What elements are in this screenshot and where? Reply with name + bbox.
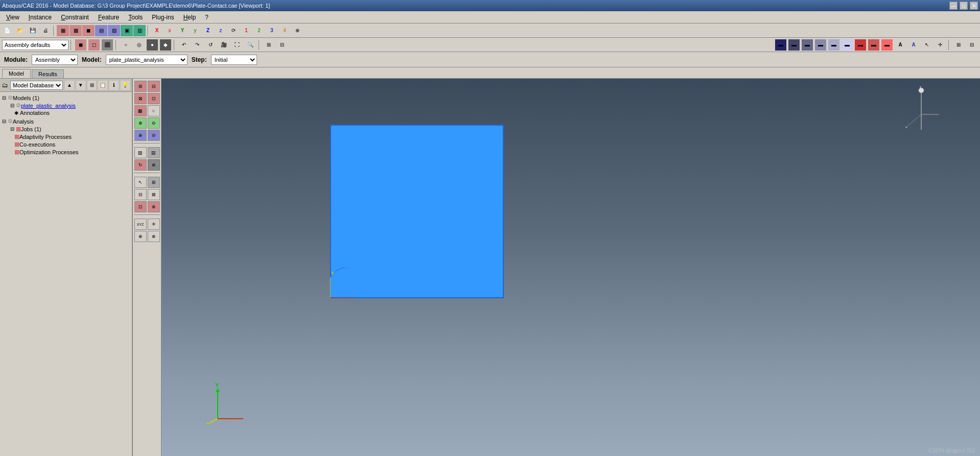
- model-select[interactable]: plate_plastic_analysis: [106, 55, 188, 65]
- assembly-defaults-dropdown[interactable]: Assembly defaults: [2, 40, 68, 50]
- render-btn2[interactable]: ▬: [788, 39, 800, 51]
- side-btn-19[interactable]: ⊡: [134, 201, 147, 212]
- render-btn1[interactable]: ▬: [775, 39, 786, 51]
- side-btn-5[interactable]: ▦: [134, 105, 147, 116]
- part-btn6[interactable]: ▣: [121, 25, 133, 36]
- zaxis-neg-btn[interactable]: z: [215, 25, 227, 36]
- render-btn9[interactable]: ▬: [881, 39, 893, 51]
- cursor-btn2[interactable]: ✛: [935, 39, 946, 51]
- part-btn3[interactable]: ◼: [82, 25, 95, 36]
- zaxis-btn[interactable]: Z: [202, 25, 214, 36]
- xaxis-neg-btn[interactable]: x: [164, 25, 176, 36]
- xaxis-btn[interactable]: X: [151, 25, 163, 36]
- view-wire[interactable]: ◎: [133, 39, 145, 51]
- side-btn-3[interactable]: ⊠: [134, 93, 147, 104]
- menu-instance[interactable]: Instance: [25, 13, 56, 22]
- tree-copy-btn[interactable]: 📋: [98, 81, 107, 90]
- asm-cube2[interactable]: ◻: [88, 39, 100, 51]
- menu-constraint[interactable]: Constraint: [57, 13, 93, 22]
- cursor-btn1[interactable]: ↖: [921, 39, 932, 51]
- fit-btn[interactable]: ⛶: [231, 39, 243, 51]
- render-btn7[interactable]: ▬: [855, 39, 866, 51]
- render-btn8[interactable]: ▬: [868, 39, 879, 51]
- side-btn-7[interactable]: ⊕: [134, 117, 147, 129]
- view-hidden[interactable]: ◆: [160, 39, 171, 51]
- side-btn-20[interactable]: ⊕: [148, 201, 160, 212]
- menu-plugins[interactable]: Plug-ins: [148, 13, 178, 22]
- text-btn2[interactable]: A: [908, 39, 919, 51]
- tree-annotations[interactable]: ✱ Annotations: [2, 109, 130, 116]
- part-btn5[interactable]: ▨: [108, 25, 120, 36]
- menu-question[interactable]: ?: [201, 13, 213, 22]
- menu-help[interactable]: Help: [179, 13, 200, 22]
- mag-btn[interactable]: 🔍: [245, 39, 256, 51]
- yaxis-btn[interactable]: Y: [176, 25, 189, 36]
- camera-btn[interactable]: 🎥: [218, 39, 229, 51]
- side-btn-17[interactable]: ⊟: [134, 189, 147, 200]
- new-button[interactable]: 📄: [1, 25, 13, 36]
- side-axes2-btn[interactable]: ⊕: [134, 231, 147, 242]
- asm-cube1[interactable]: ◼: [75, 39, 86, 51]
- side-btn-8[interactable]: ⊖: [148, 117, 160, 129]
- tree-btn2[interactable]: ⊟: [966, 39, 977, 51]
- tree-filter-btn[interactable]: ⊞: [87, 81, 97, 90]
- tab-results[interactable]: Results: [32, 69, 64, 78]
- render-btn5[interactable]: ▬: [828, 39, 839, 51]
- arrange-btn[interactable]: ⊟: [276, 39, 288, 51]
- view-solid[interactable]: ●: [147, 39, 158, 51]
- redo-btn[interactable]: ↷: [192, 39, 203, 51]
- side-btn-2[interactable]: ⊟: [148, 81, 160, 92]
- minimize-button[interactable]: —: [949, 2, 958, 10]
- model-database-select[interactable]: Model Database: [10, 81, 63, 90]
- side-btn-6[interactable]: ○: [148, 105, 160, 116]
- yaxis-neg-btn[interactable]: y: [189, 25, 201, 36]
- side-btn-9[interactable]: ⊗: [134, 130, 147, 141]
- tab-model[interactable]: Model: [2, 69, 31, 78]
- part-btn2[interactable]: ▩: [69, 25, 82, 36]
- xyz-btn[interactable]: ⊕: [291, 25, 304, 36]
- viewport[interactable]: Y X Z Y X Z: [161, 79, 980, 456]
- step-select[interactable]: Initial: [211, 55, 257, 65]
- part-btn7[interactable]: ▥: [133, 25, 146, 36]
- side-btn-18[interactable]: ⊠: [148, 189, 160, 200]
- tree-coexec[interactable]: ▦ Co-executions: [2, 140, 130, 148]
- module-select[interactable]: Assembly: [32, 55, 78, 65]
- tree-down-btn[interactable]: ▼: [76, 81, 85, 90]
- side-btn-14[interactable]: ⊕: [148, 159, 160, 171]
- tree-plate-analysis[interactable]: ⊟ ⚙ plate_plastic_analysis: [2, 102, 130, 109]
- rot-btn[interactable]: ⟳: [227, 25, 240, 36]
- reset-btn[interactable]: ↺: [205, 39, 216, 51]
- side-btn-1[interactable]: ⊞: [134, 81, 147, 92]
- tree-jobs[interactable]: ⊟ ▦ Jobs (1): [2, 125, 130, 133]
- side-btn-15[interactable]: ↖: [134, 177, 147, 188]
- side-btn-4[interactable]: ⊡: [148, 93, 160, 104]
- side-xyz-btn[interactable]: XYZ: [134, 219, 147, 230]
- part-btn[interactable]: ▦: [57, 25, 69, 36]
- num3-btn[interactable]: 3: [266, 25, 278, 36]
- side-btn-12[interactable]: ▤: [148, 147, 160, 158]
- num2-btn[interactable]: 2: [253, 25, 265, 36]
- menu-view[interactable]: View: [2, 13, 24, 22]
- part-btn4[interactable]: ▤: [95, 25, 107, 36]
- close-button[interactable]: ✕: [970, 2, 978, 10]
- maximize-button[interactable]: □: [960, 2, 968, 10]
- tree-optimization[interactable]: ▦ Optimization Processes: [2, 148, 130, 156]
- open-button[interactable]: 📂: [14, 25, 26, 36]
- text-btn1[interactable]: A: [895, 39, 906, 51]
- menu-feature[interactable]: Feature: [94, 13, 123, 22]
- side-btn-13[interactable]: ↻: [134, 159, 147, 171]
- tree-models[interactable]: ⊟ ⚙ Models (1): [2, 94, 130, 102]
- side-axes3-btn[interactable]: ⊗: [148, 231, 160, 242]
- side-btn-16[interactable]: ⊞: [148, 177, 160, 188]
- tree-up-btn[interactable]: ▲: [65, 81, 74, 90]
- num4-btn[interactable]: 4: [278, 25, 291, 36]
- plate-analysis-label[interactable]: plate_plastic_analysis: [21, 103, 76, 109]
- save-button[interactable]: 💾: [27, 25, 39, 36]
- tree-adaptivity[interactable]: ▦ Adaptivity Processes: [2, 133, 130, 140]
- menu-tools[interactable]: Tools: [124, 13, 147, 22]
- tree-info-btn[interactable]: ℹ: [109, 81, 119, 90]
- asm-cube3[interactable]: ⬛: [102, 39, 113, 51]
- num1-btn[interactable]: 1: [240, 25, 252, 36]
- tree-light-btn[interactable]: 💡: [121, 81, 130, 90]
- side-btn-10[interactable]: ⊘: [148, 130, 160, 141]
